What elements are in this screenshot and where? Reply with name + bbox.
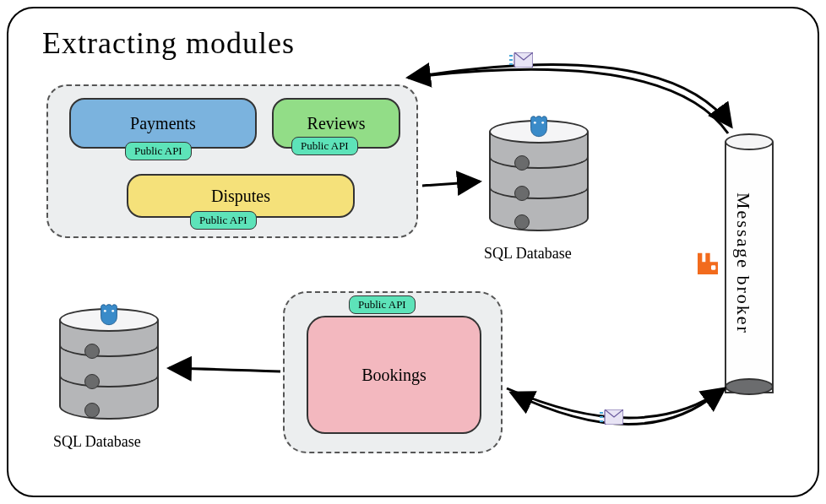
public-api-disputes: Public API: [190, 211, 257, 230]
message-broker-label: Message broker: [732, 192, 754, 334]
svg-point-3: [111, 310, 114, 312]
svg-point-2: [104, 310, 106, 312]
postgres-icon: [527, 115, 551, 138]
page-title: Extracting modules: [42, 25, 295, 61]
module-payments-label: Payments: [130, 114, 196, 133]
module-bookings-label: Bookings: [361, 366, 427, 385]
module-bookings: Bookings: [307, 316, 481, 434]
public-api-payments: Public API: [125, 142, 192, 160]
public-api-bookings: Public API: [349, 295, 416, 314]
module-payments: Payments: [69, 98, 257, 149]
module-disputes-label: Disputes: [211, 187, 270, 206]
public-api-reviews: Public API: [291, 137, 358, 155]
rabbitmq-icon: [694, 251, 721, 278]
postgres-icon: [97, 303, 121, 327]
envelope-icon: [600, 409, 623, 425]
svg-rect-4: [711, 265, 715, 269]
envelope-icon: [509, 52, 533, 68]
svg-point-0: [534, 122, 536, 124]
database-bottom-label: SQL Database: [53, 433, 141, 451]
module-reviews-label: Reviews: [307, 114, 366, 133]
database-top-label: SQL Database: [484, 245, 572, 263]
svg-point-1: [541, 122, 544, 124]
